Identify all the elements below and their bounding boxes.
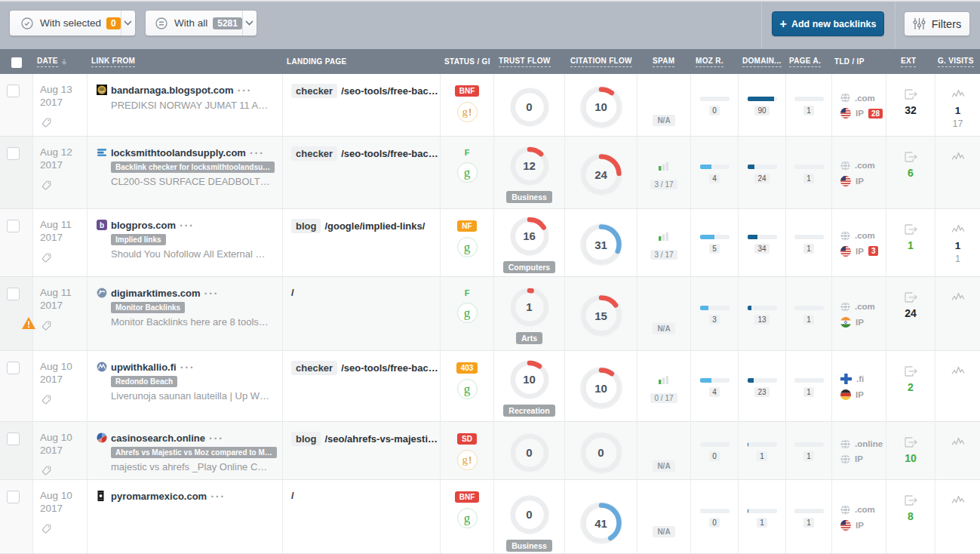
svg-text:b: b bbox=[100, 221, 104, 229]
